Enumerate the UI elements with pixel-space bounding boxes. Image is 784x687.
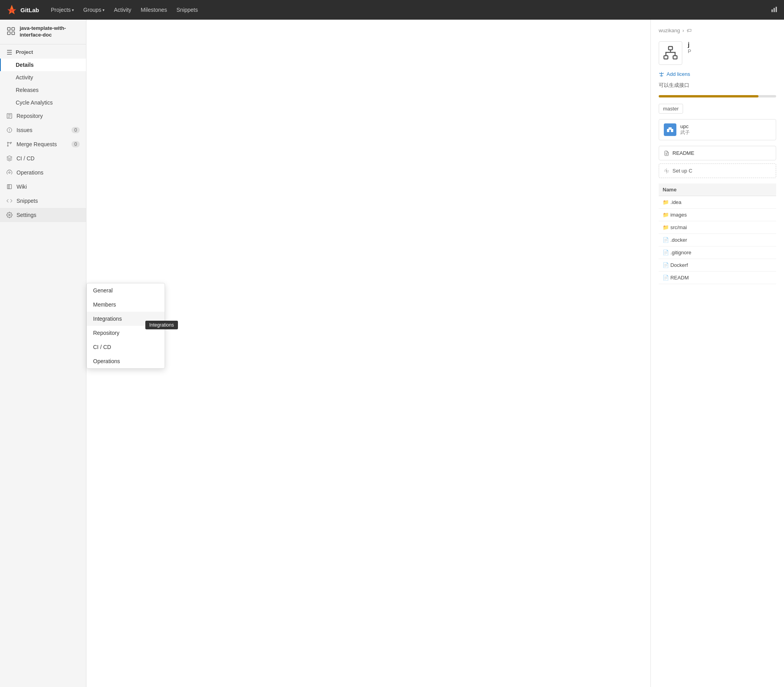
file-table-row[interactable]: 📁 .idea [659, 196, 776, 209]
dropdown-item-cicd[interactable]: CI / CD [87, 340, 165, 354]
right-panel: wuzikang › 🏷 j P Add licens [650, 20, 784, 687]
svg-point-27 [666, 170, 667, 171]
issues-icon [6, 127, 13, 133]
sidebar-item-settings[interactable]: Settings [0, 208, 86, 222]
breadcrumb-user[interactable]: wuzikang [659, 28, 680, 33]
merge-requests-label: Merge Requests [16, 141, 57, 147]
stats-icon[interactable] [771, 6, 778, 14]
svg-rect-21 [673, 56, 677, 59]
folder-icon: 📁 [663, 212, 670, 218]
sidebar-item-wiki[interactable]: Wiki [0, 180, 86, 194]
file-table-row[interactable]: 📄 Dockerf [659, 259, 776, 272]
svg-point-13 [9, 131, 10, 131]
dropdown-item-operations[interactable]: Operations [87, 354, 165, 368]
svg-rect-4 [771, 9, 773, 12]
settings-icon [6, 212, 13, 218]
activity-nav-link[interactable]: Activity [110, 4, 135, 15]
svg-rect-8 [12, 28, 15, 30]
sidebar-item-snippets[interactable]: Snippets [0, 194, 86, 208]
snippets-nav-link[interactable]: Snippets [172, 4, 201, 15]
file-table-row[interactable]: 📄 .docker [659, 234, 776, 246]
branch-badge[interactable]: master [659, 104, 683, 114]
file-table-row[interactable]: 📄 READM [659, 272, 776, 284]
sidebar-project-header[interactable]: java-template-with-interface-doc [0, 20, 86, 44]
dropdown-item-integrations[interactable]: Integrations [87, 312, 165, 326]
svg-rect-19 [669, 46, 672, 50]
project-title: j [688, 41, 691, 48]
file-table-row[interactable]: 📄 .gitignore [659, 246, 776, 259]
svg-point-14 [7, 142, 9, 143]
settings-dropdown: General Members Integrations Repository … [86, 283, 165, 369]
folder-icon: 📁 [663, 224, 670, 230]
file-icon: 📄 [663, 250, 670, 255]
file-name: .gitignore [670, 250, 691, 255]
setup-ci-row[interactable]: Set up C [659, 163, 776, 178]
sidebar-item-cicd[interactable]: CI / CD [0, 151, 86, 165]
dropdown-item-general[interactable]: General [87, 283, 165, 298]
issues-badge: 0 [71, 127, 80, 133]
gitlab-wordmark: GitLab [20, 7, 39, 13]
sidebar-item-activity[interactable]: Activity [0, 71, 86, 84]
svg-rect-24 [669, 127, 672, 130]
dropdown-item-repository[interactable]: Repository [87, 326, 165, 340]
project-title-block: j P [688, 41, 691, 54]
sidebar-item-merge-requests[interactable]: Merge Requests 0 [0, 137, 86, 151]
gitlab-logo[interactable]: GitLab [6, 4, 39, 15]
sidebar-item-operations[interactable]: Operations [0, 165, 86, 180]
sidebar: java-template-with-interface-doc Project… [0, 20, 86, 687]
issues-label: Issues [16, 127, 32, 133]
file-icon: 📄 [663, 237, 670, 243]
readme-icon [664, 151, 669, 156]
add-license-link[interactable]: Add licens [659, 71, 776, 77]
setup-ci-label: Set up C [672, 168, 692, 174]
readme-row: README [659, 146, 776, 160]
file-table: Name 📁 .idea📁 images📁 src/mai📄 .docker📄 … [659, 184, 776, 284]
project-description: 可以生成接口 [659, 82, 776, 89]
top-navigation: GitLab Projects ▾ Groups ▾ Activity Mile… [0, 0, 784, 20]
commit-row[interactable]: upc 武子 [659, 119, 776, 140]
file-name: src/mai [670, 224, 687, 230]
svg-point-15 [7, 145, 9, 146]
projects-chevron-icon: ▾ [72, 8, 74, 12]
progress-bar-container [659, 95, 776, 97]
svg-point-17 [9, 172, 10, 173]
nav-links: Projects ▾ Groups ▾ Activity Milestones … [47, 4, 202, 15]
file-table-row[interactable]: 📁 src/mai [659, 221, 776, 234]
groups-chevron-icon: ▾ [103, 8, 104, 12]
sidebar-item-cycle-analytics[interactable]: Cycle Analytics [0, 96, 86, 109]
project-info-header: j P [659, 41, 776, 65]
details-item-label: Details [16, 62, 34, 68]
settings-label: Settings [16, 212, 37, 218]
commit-info: upc 武子 [680, 123, 690, 136]
breadcrumb-separator: › [682, 28, 684, 33]
cicd-label: CI / CD [16, 155, 35, 162]
balance-scale-icon [659, 72, 664, 77]
project-icon [6, 26, 16, 37]
file-table-row[interactable]: 📁 images [659, 209, 776, 221]
svg-point-16 [11, 142, 12, 143]
milestones-nav-link[interactable]: Milestones [137, 4, 171, 15]
file-icon: 📄 [663, 262, 670, 268]
dropdown-item-members[interactable]: Members [87, 298, 165, 312]
project-section-text: Project [16, 49, 33, 55]
sidebar-item-repository[interactable]: Repository [0, 109, 86, 123]
projects-nav-link[interactable]: Projects ▾ [47, 4, 78, 15]
sidebar-item-releases[interactable]: Releases [0, 84, 86, 96]
svg-rect-5 [774, 8, 775, 12]
operations-label: Operations [16, 169, 43, 176]
project-section-label[interactable]: Project [0, 44, 86, 59]
file-name: READM [670, 275, 689, 281]
folder-icon: 📁 [663, 199, 670, 205]
repository-icon [6, 113, 13, 119]
breadcrumb: wuzikang › 🏷 [659, 28, 776, 33]
sidebar-item-details[interactable]: Details [0, 59, 86, 71]
cicd-icon [6, 155, 13, 162]
svg-marker-1 [10, 5, 13, 9]
sidebar-item-issues[interactable]: Issues 0 [0, 123, 86, 137]
groups-nav-link[interactable]: Groups ▾ [79, 4, 108, 15]
avatar-icon [665, 125, 675, 134]
svg-point-18 [9, 214, 10, 216]
wiki-label: Wiki [16, 184, 27, 190]
commit-avatar [664, 123, 676, 136]
svg-rect-20 [664, 56, 668, 59]
